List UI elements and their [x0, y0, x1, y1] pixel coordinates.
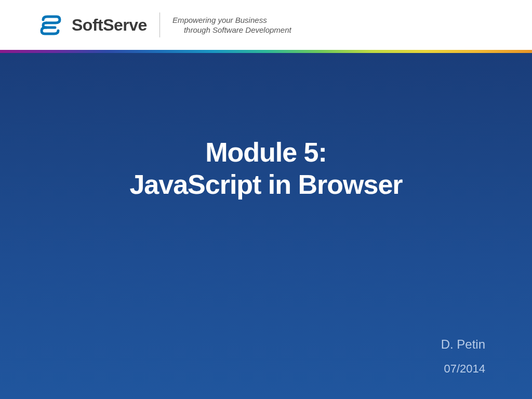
- title-line1: Module 5:: [129, 136, 402, 168]
- title-line2: JavaScript in Browser: [129, 168, 402, 201]
- tagline: Empowering your Business through Softwar…: [172, 15, 291, 35]
- author-date: 07/2014: [441, 362, 485, 376]
- author-block: D. Petin 07/2014: [441, 337, 485, 376]
- softserve-logo-icon: [39, 14, 62, 37]
- logo-area: SoftServe: [39, 14, 147, 37]
- header-divider: [159, 12, 160, 37]
- tagline-line2: through Software Development: [172, 25, 291, 35]
- slide-header: SoftServe Empowering your Business throu…: [0, 0, 532, 50]
- tagline-line1: Empowering your Business: [172, 15, 291, 25]
- company-name: SoftServe: [72, 16, 147, 35]
- author-name: D. Petin: [441, 337, 485, 352]
- slide-body: Module 5: JavaScript in Browser D. Petin…: [0, 53, 532, 399]
- title-block: Module 5: JavaScript in Browser: [129, 136, 402, 201]
